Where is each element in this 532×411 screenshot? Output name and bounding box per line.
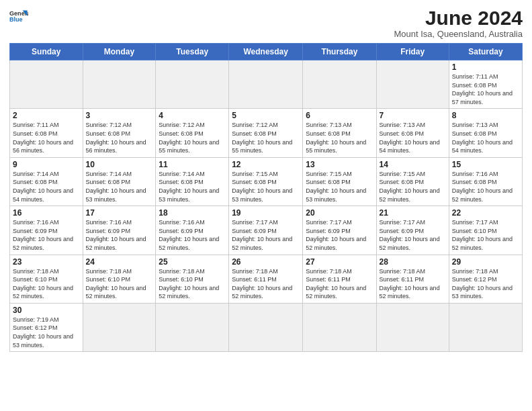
day-25: 25Sunrise: 7:18 AMSunset: 6:10 PMDayligh… (156, 255, 229, 303)
day-28: 28Sunrise: 7:18 AMSunset: 6:11 PMDayligh… (376, 255, 449, 303)
col-friday: Friday (376, 44, 449, 60)
col-saturday: Saturday (449, 44, 522, 60)
empty-cell (449, 303, 522, 351)
day-20: 20Sunrise: 7:17 AMSunset: 6:09 PMDayligh… (303, 206, 376, 255)
day-22: 22Sunrise: 7:17 AMSunset: 6:10 PMDayligh… (449, 206, 522, 255)
day-17: 17Sunrise: 7:16 AMSunset: 6:09 PMDayligh… (83, 206, 156, 255)
day-1: 1Sunrise: 7:11 AMSunset: 6:08 PMDaylight… (449, 60, 522, 109)
empty-cell (83, 303, 156, 351)
day-24: 24Sunrise: 7:18 AMSunset: 6:10 PMDayligh… (83, 255, 156, 303)
day-7: 7Sunrise: 7:13 AMSunset: 6:08 PMDaylight… (376, 109, 449, 157)
empty-cell (229, 303, 303, 351)
day-4: 4Sunrise: 7:12 AMSunset: 6:08 PMDaylight… (156, 109, 229, 157)
empty-cell (156, 60, 229, 109)
day-13: 13Sunrise: 7:15 AMSunset: 6:08 PMDayligh… (303, 157, 376, 205)
day-6: 6Sunrise: 7:13 AMSunset: 6:08 PMDaylight… (303, 109, 376, 157)
day-12: 12Sunrise: 7:15 AMSunset: 6:08 PMDayligh… (229, 157, 303, 205)
day-16: 16Sunrise: 7:16 AMSunset: 6:09 PMDayligh… (10, 206, 83, 255)
day-27: 27Sunrise: 7:18 AMSunset: 6:11 PMDayligh… (303, 255, 376, 303)
day-9: 9Sunrise: 7:14 AMSunset: 6:08 PMDaylight… (10, 157, 83, 205)
day-8: 8Sunrise: 7:13 AMSunset: 6:08 PMDaylight… (449, 109, 522, 157)
logo: General Blue (9, 7, 28, 26)
day-11: 11Sunrise: 7:14 AMSunset: 6:08 PMDayligh… (156, 157, 229, 205)
calendar-table: Sunday Monday Tuesday Wednesday Thursday… (9, 43, 523, 352)
empty-cell (303, 60, 376, 109)
empty-cell (303, 303, 376, 351)
empty-cell (229, 60, 303, 109)
empty-cell (156, 303, 229, 351)
col-thursday: Thursday (303, 44, 376, 60)
empty-cell (83, 60, 156, 109)
col-tuesday: Tuesday (156, 44, 229, 60)
day-5: 5Sunrise: 7:12 AMSunset: 6:08 PMDaylight… (229, 109, 303, 157)
month-year-title: June 2024 (394, 7, 523, 29)
empty-cell (376, 60, 449, 109)
col-monday: Monday (83, 44, 156, 60)
day-26: 26Sunrise: 7:18 AMSunset: 6:11 PMDayligh… (229, 255, 303, 303)
col-sunday: Sunday (10, 44, 83, 60)
day-29: 29Sunrise: 7:18 AMSunset: 6:12 PMDayligh… (449, 255, 522, 303)
empty-cell (376, 303, 449, 351)
empty-cell (10, 60, 83, 109)
day-14: 14Sunrise: 7:15 AMSunset: 6:08 PMDayligh… (376, 157, 449, 205)
day-15: 15Sunrise: 7:16 AMSunset: 6:08 PMDayligh… (449, 157, 522, 205)
day-19: 19Sunrise: 7:17 AMSunset: 6:09 PMDayligh… (229, 206, 303, 255)
day-30: 30Sunrise: 7:19 AMSunset: 6:12 PMDayligh… (10, 303, 83, 351)
col-wednesday: Wednesday (229, 44, 303, 60)
day-3: 3Sunrise: 7:12 AMSunset: 6:08 PMDaylight… (83, 109, 156, 157)
day-10: 10Sunrise: 7:14 AMSunset: 6:08 PMDayligh… (83, 157, 156, 205)
day-2: 2Sunrise: 7:11 AMSunset: 6:08 PMDaylight… (10, 109, 83, 157)
day-21: 21Sunrise: 7:17 AMSunset: 6:09 PMDayligh… (376, 206, 449, 255)
location-subtitle: Mount Isa, Queensland, Australia (394, 29, 523, 39)
svg-text:Blue: Blue (9, 16, 23, 23)
day-23: 23Sunrise: 7:18 AMSunset: 6:10 PMDayligh… (10, 255, 83, 303)
day-18: 18Sunrise: 7:16 AMSunset: 6:09 PMDayligh… (156, 206, 229, 255)
